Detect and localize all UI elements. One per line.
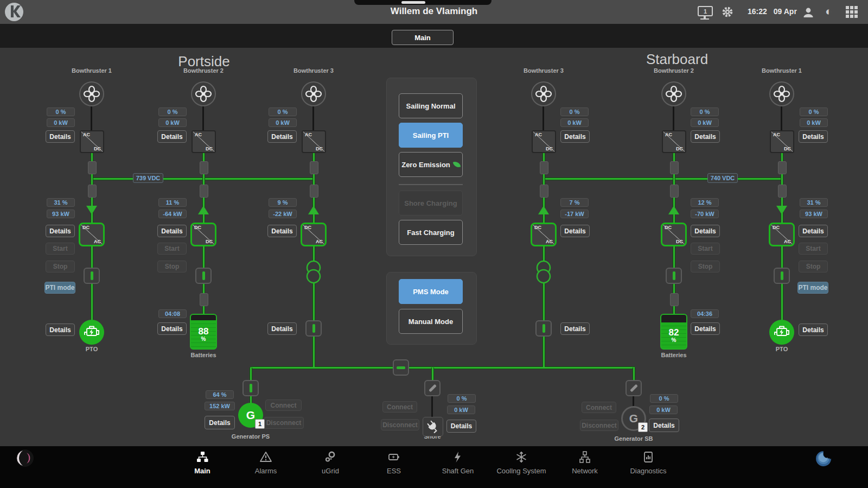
fuse: [778, 161, 787, 174]
connect-button[interactable]: Connect: [582, 402, 616, 413]
details-button[interactable]: Details: [560, 322, 590, 335]
battery-soc-value: 82: [669, 328, 679, 337]
fast-charging-label: Fast Charging: [407, 229, 454, 237]
nav-item-diagnostics[interactable]: Diagnostics: [617, 451, 680, 475]
details-button[interactable]: Details: [799, 324, 828, 336]
battery-timer: 04:08: [158, 309, 187, 318]
fuse: [200, 293, 208, 306]
details-button[interactable]: Details: [691, 322, 720, 335]
breaker-state-bar: [202, 271, 205, 280]
monitor-base: [700, 18, 709, 20]
zero-em-button[interactable]: Zero Emission: [399, 152, 463, 177]
settings-gear-icon[interactable]: [722, 6, 733, 20]
breaker-closed[interactable]: [535, 320, 552, 337]
breaker-state-bar: [542, 324, 545, 333]
breaker-state-bar: [312, 324, 315, 333]
details-button[interactable]: Details: [799, 130, 828, 143]
start-button[interactable]: Start: [691, 243, 720, 255]
generator-line: [633, 396, 634, 407]
details-button[interactable]: Details: [799, 225, 828, 237]
start-button[interactable]: Start: [799, 243, 828, 255]
stop-button[interactable]: Stop: [799, 261, 828, 272]
details-button[interactable]: Details: [157, 322, 187, 335]
details-button[interactable]: Details: [267, 225, 297, 237]
battery-soc-value: 88: [199, 327, 209, 336]
power-line: [633, 367, 635, 381]
connect-button[interactable]: Connect: [265, 400, 302, 411]
brand-logo-left-icon: [16, 449, 34, 470]
ac-dc-converter: AC DC: [80, 130, 104, 153]
generator-sb-breaker-open[interactable]: [626, 380, 642, 396]
apps-grid-icon[interactable]: [845, 5, 858, 21]
start-button[interactable]: Start: [157, 243, 187, 255]
shore-charging-button[interactable]: Shore Charging: [399, 191, 463, 216]
breaker-closed[interactable]: [774, 268, 790, 284]
details-button[interactable]: Details: [205, 416, 235, 429]
manual-mode-button[interactable]: Manual Mode: [399, 309, 463, 334]
generator-sb-label: Generator SB: [601, 435, 666, 442]
nav-item-alarms[interactable]: Alarms: [234, 451, 297, 475]
start-button[interactable]: Start: [46, 243, 75, 255]
pti-mode-button[interactable]: PTI mode: [44, 282, 75, 294]
details-button[interactable]: Details: [46, 130, 75, 143]
generator-ps-breaker-closed[interactable]: [242, 380, 259, 396]
ac-dc-converter: AC DC: [302, 130, 326, 153]
nav-item-ess[interactable]: ESS: [362, 451, 425, 475]
bowthruster-fan-icon: [191, 81, 216, 106]
sailing-normal-button[interactable]: Sailing Normal: [399, 93, 463, 118]
breaker-closed[interactable]: [84, 268, 100, 284]
converter-load-kw: 93 kW: [800, 210, 828, 218]
clock: 16:2209 Apr: [748, 7, 803, 16]
details-button[interactable]: Details: [157, 225, 187, 237]
details-button[interactable]: Details: [46, 324, 75, 336]
details-button[interactable]: Details: [267, 322, 297, 335]
lightning-icon: [451, 451, 464, 465]
fast-charging-button[interactable]: Fast Charging: [399, 220, 463, 245]
batteries-label: Batteries: [641, 352, 706, 358]
monitor-select-icon[interactable]: 1: [698, 6, 713, 16]
details-button[interactable]: Details: [560, 130, 590, 143]
details-button[interactable]: Details: [267, 130, 297, 143]
converter-load-kw: -70 kW: [691, 210, 719, 218]
nav-item-main[interactable]: Main: [171, 451, 234, 475]
details-button[interactable]: Details: [649, 419, 679, 432]
panel-divider: [399, 184, 463, 185]
nav-item-shaft-gen[interactable]: Shaft Gen: [426, 451, 489, 475]
connect-button[interactable]: Connect: [382, 401, 417, 413]
details-button[interactable]: Details: [46, 225, 75, 237]
thruster-load-kw: 0 kW: [691, 118, 719, 127]
breaker-closed[interactable]: [666, 268, 682, 284]
breaker-closed[interactable]: [305, 320, 322, 337]
stop-button[interactable]: Stop: [691, 261, 720, 272]
details-button[interactable]: Details: [446, 420, 476, 433]
sailing-pti-button[interactable]: Sailing PTI: [399, 123, 463, 148]
converter-in-label: AC: [773, 132, 780, 137]
stop-button[interactable]: Stop: [157, 261, 187, 272]
details-button[interactable]: Details: [691, 130, 720, 143]
disconnect-button[interactable]: Disconnect: [580, 420, 618, 431]
top-notch-handle[interactable]: [401, 1, 425, 4]
nav-item-ugrid[interactable]: uGrid: [299, 451, 362, 475]
pti-mode-button[interactable]: PTI mode: [797, 282, 828, 294]
power-flow-down-arrow: [86, 206, 97, 214]
bus-tie-breaker-closed[interactable]: [393, 359, 409, 376]
disconnect-button[interactable]: Disconnect: [264, 417, 304, 429]
user-icon[interactable]: [802, 7, 814, 21]
disconnect-button[interactable]: Disconnect: [381, 419, 419, 430]
dc-dc-converter: DC DC: [190, 223, 216, 246]
thruster-load-percent: 0 %: [691, 107, 719, 116]
details-button[interactable]: Details: [560, 225, 590, 237]
pms-mode-button[interactable]: PMS Mode: [399, 279, 463, 304]
ac-dc-converter: AC DC: [532, 130, 556, 153]
contrast-toggle-icon[interactable]: ◐: [825, 5, 832, 18]
details-button[interactable]: Details: [691, 225, 720, 237]
tab-main[interactable]: Main: [392, 30, 454, 45]
breaker-closed[interactable]: [195, 268, 212, 284]
converter-in-label: DC: [194, 225, 201, 230]
power-flow-up-arrow: [198, 206, 209, 214]
details-button[interactable]: Details: [157, 130, 187, 143]
stop-button[interactable]: Stop: [46, 261, 75, 272]
nav-item-network[interactable]: Network: [553, 451, 616, 475]
nav-item-cooling-system[interactable]: Coollng System: [490, 451, 553, 475]
shore-breaker-open[interactable]: [424, 380, 441, 396]
